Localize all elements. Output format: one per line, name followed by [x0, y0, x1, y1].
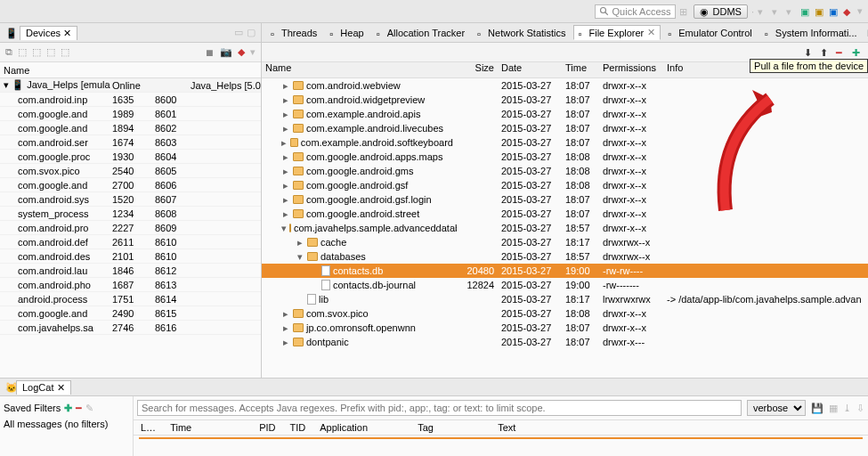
file-row[interactable]: contacts.db-journal128242015-03-2719:00-… — [262, 278, 868, 292]
file-row[interactable]: ▸com.google.android.gsf2015-03-2718:08dr… — [262, 178, 868, 192]
toolbar-run-icon[interactable]: ▣ — [800, 6, 811, 17]
file-row[interactable]: ▸com.google.android.gsf.login2015-03-271… — [262, 192, 868, 207]
device-row[interactable]: ▾ 📱 Java_Helps [emula Online Java_Helps … — [0, 78, 261, 93]
col-application[interactable]: Application — [312, 422, 410, 433]
remove-filter-icon[interactable]: ━ — [76, 403, 82, 414]
expand-icon[interactable]: ▸ — [281, 208, 290, 220]
process-row[interactable]: com.android.pho16878613 — [0, 278, 261, 292]
process-row[interactable]: system_process12348608 — [0, 207, 261, 221]
close-icon[interactable]: ✕ — [647, 27, 655, 38]
toolbar-icon-2[interactable]: ▾ — [772, 6, 783, 17]
file-row[interactable]: ▾databases2015-03-2718:57drwxrwx--x — [262, 249, 868, 264]
name-column-header[interactable]: Name — [4, 65, 29, 76]
expand-icon[interactable]: ▸ — [281, 80, 290, 92]
process-row[interactable]: com.google.and24908615 — [0, 306, 261, 321]
menu-chevron-icon[interactable]: ▾ — [250, 46, 256, 58]
toolbar-stop-icon[interactable]: ◆ — [843, 6, 854, 17]
tab-network-statistics[interactable]: ▫Network Statistics — [472, 26, 571, 40]
expand-icon[interactable]: ▸ — [281, 166, 290, 177]
toolbar-icon-1[interactable]: ▾ — [758, 6, 768, 17]
stop-process-icon[interactable]: ⏹ — [205, 47, 215, 58]
expand-icon[interactable]: ▾ — [281, 223, 287, 234]
maximize-icon[interactable]: ▢ — [247, 27, 256, 38]
expand-icon[interactable]: ▸ — [281, 94, 290, 106]
col-tag[interactable]: Tag — [410, 422, 491, 433]
new-folder-icon[interactable]: ✚ — [852, 47, 863, 58]
export-icon[interactable]: ⇩ — [856, 403, 864, 414]
process-row[interactable]: com.javahelps.sa27468616 — [0, 321, 261, 335]
file-row[interactable]: ▸com.google.android.apps.maps2015-03-271… — [262, 150, 868, 164]
col-level[interactable]: L… — [134, 422, 163, 433]
tab-file-explorer[interactable]: ▫File Explorer✕ — [573, 25, 661, 40]
tab-system-informati-[interactable]: ▫System Informati... — [759, 26, 863, 40]
expand-icon[interactable]: ▸ — [281, 151, 290, 163]
quick-access-search[interactable]: Quick Access — [595, 4, 676, 19]
col-text[interactable]: Text — [491, 422, 523, 433]
process-row[interactable]: com.android.lau18468612 — [0, 264, 261, 278]
file-row[interactable]: contacts.db204802015-03-2719:00-rw-rw---… — [262, 264, 868, 278]
logcat-level-select[interactable]: verbose — [747, 400, 806, 416]
expand-icon[interactable]: ▸ — [281, 308, 290, 320]
file-row[interactable]: ▸com.android.webview2015-03-2718:07drwxr… — [262, 78, 868, 93]
process-row[interactable]: com.google.proc19308604 — [0, 150, 261, 164]
process-row[interactable]: android.process17518614 — [0, 292, 261, 306]
process-row[interactable]: com.android.ser16748603 — [0, 135, 261, 150]
close-icon[interactable]: ✕ — [57, 382, 65, 393]
file-row[interactable]: ▸com.example.android.livecubes2015-03-27… — [262, 121, 868, 135]
update-threads-icon[interactable]: ⬚ — [61, 46, 69, 58]
add-filter-icon[interactable]: ✚ — [64, 403, 72, 414]
screenshot-icon[interactable]: 📷 — [220, 46, 232, 58]
logcat-search-input[interactable] — [137, 400, 742, 416]
col-time[interactable]: Time — [163, 422, 252, 433]
debug-icon[interactable]: ⧉ — [5, 46, 12, 58]
cause-gc-icon[interactable]: ⬚ — [46, 46, 55, 58]
save-log-icon[interactable]: 💾 — [811, 403, 823, 414]
col-date[interactable]: Date — [498, 62, 562, 77]
process-row[interactable]: com.android.pro22278609 — [0, 221, 261, 235]
update-heap-icon[interactable]: ⬚ — [18, 46, 27, 58]
tab-threads[interactable]: ▫Threads — [265, 26, 322, 40]
file-explorer-body[interactable]: ▸com.android.webview2015-03-2718:07drwxr… — [262, 78, 868, 378]
col-pid[interactable]: PID — [252, 422, 282, 433]
process-row[interactable]: com.android.inp16358600 — [0, 93, 261, 107]
col-name[interactable]: Name — [262, 62, 457, 77]
pull-file-icon[interactable]: ⬇ — [804, 47, 815, 58]
logcat-tab[interactable]: LogCat ✕ — [16, 380, 71, 395]
expand-icon[interactable]: ▸ — [281, 137, 288, 149]
devices-table[interactable]: ▾ 📱 Java_Helps [emula Online Java_Helps … — [0, 78, 261, 378]
col-tid[interactable]: TID — [282, 422, 312, 433]
col-size[interactable]: Size — [457, 62, 498, 77]
file-row[interactable]: ▸dontpanic2015-03-2718:07drwxr-x--- — [262, 335, 868, 349]
file-row[interactable]: ▾com.javahelps.sample.advanceddatabase20… — [262, 221, 868, 235]
tab-allocation-tracker[interactable]: ▫Allocation Tracker — [371, 26, 470, 40]
toolbar-chevron[interactable]: ▾ — [857, 5, 863, 17]
expand-icon[interactable]: ▸ — [296, 237, 304, 248]
file-row[interactable]: ▸com.svox.pico2015-03-2718:08drwxr-x--x — [262, 306, 868, 321]
file-row[interactable]: ▸cache2015-03-2718:17drwxrwx--x — [262, 235, 868, 249]
clear-log-icon[interactable]: ▦ — [829, 403, 838, 414]
push-file-icon[interactable]: ⬆ — [820, 47, 831, 58]
toolbar-debug-icon[interactable]: ▣ — [815, 6, 825, 17]
file-row[interactable]: ▸com.example.android.apis2015-03-2718:07… — [262, 107, 868, 121]
process-row[interactable]: com.android.sys15208607 — [0, 192, 261, 207]
tab-heap[interactable]: ▫Heap — [324, 26, 369, 40]
file-row[interactable]: ▸jp.co.omronsoft.openwnn2015-03-2718:07d… — [262, 321, 868, 335]
ddms-perspective-button[interactable]: ◉ DDMS — [694, 4, 748, 19]
delete-icon[interactable]: ━ — [836, 47, 847, 58]
col-permissions[interactable]: Permissions — [599, 62, 663, 77]
process-row[interactable]: com.google.and19898601 — [0, 107, 261, 121]
expand-icon[interactable]: ▸ — [281, 123, 290, 134]
open-perspective-icon[interactable]: ⊞ — [679, 6, 690, 17]
file-row[interactable]: ▸com.google.android.street2015-03-2718:0… — [262, 207, 868, 221]
expand-icon[interactable]: ▸ — [281, 337, 290, 348]
process-row[interactable]: com.google.and27008606 — [0, 178, 261, 192]
expand-icon[interactable]: ▸ — [281, 322, 290, 334]
scroll-lock-icon[interactable]: ⤓ — [843, 403, 851, 414]
process-row[interactable]: com.android.des21018610 — [0, 249, 261, 264]
expand-icon[interactable]: ▾ — [296, 251, 304, 263]
file-row[interactable]: ▸com.google.android.gms2015-03-2718:08dr… — [262, 164, 868, 178]
process-row[interactable]: com.svox.pico25408605 — [0, 164, 261, 178]
file-row[interactable]: ▸com.example.android.softkeyboard2015-03… — [262, 135, 868, 150]
filter-all-messages[interactable]: All messages (no filters) — [4, 416, 129, 432]
process-row[interactable]: com.google.and18948602 — [0, 121, 261, 135]
